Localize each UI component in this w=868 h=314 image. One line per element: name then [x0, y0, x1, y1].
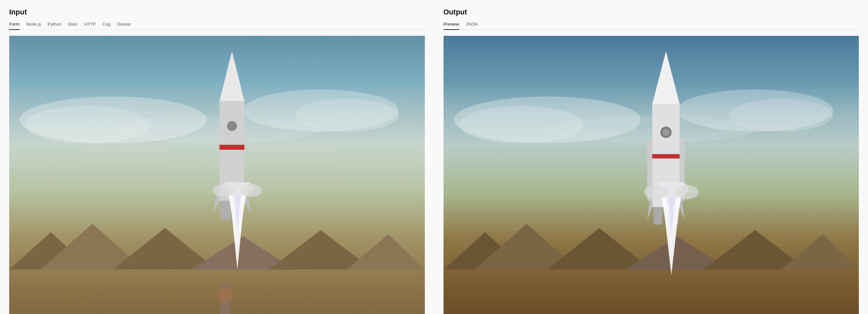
input-tabs: Form Node.js Python Elixir HTTP Cog Dock… [9, 22, 425, 30]
output-fire [643, 182, 701, 291]
svg-rect-46 [652, 154, 680, 159]
page-layout: Input Form Node.js Python Elixir HTTP Co… [0, 0, 868, 314]
tab-cog[interactable]: Cog [102, 22, 111, 30]
input-title: Input [9, 8, 425, 17]
tab-docker[interactable]: Docker [117, 22, 131, 30]
svg-point-15 [227, 121, 237, 131]
output-image [443, 36, 859, 314]
svg-point-23 [213, 184, 235, 197]
tab-python[interactable]: Python [48, 22, 61, 30]
svg-marker-10 [347, 234, 425, 270]
tab-preview[interactable]: Preview [443, 22, 459, 30]
svg-marker-38 [652, 51, 680, 104]
input-image [9, 36, 425, 314]
output-tabs: Preview JSON [443, 22, 859, 30]
svg-marker-37 [781, 234, 859, 270]
tab-json[interactable]: JSON [466, 22, 478, 30]
output-panel: Output Preview JSON [434, 0, 868, 314]
tab-http[interactable]: HTTP [84, 22, 96, 30]
output-rocket-background [443, 36, 859, 314]
input-panel: Input Form Node.js Python Elixir HTTP Co… [0, 0, 434, 314]
tab-form[interactable]: Form [9, 22, 20, 30]
tab-elixir[interactable]: Elixir [68, 22, 78, 30]
input-image-container [9, 36, 425, 314]
input-launch-pad [209, 285, 242, 314]
input-rocket-background [9, 36, 425, 314]
svg-marker-11 [219, 51, 244, 101]
svg-point-53 [644, 185, 668, 199]
svg-point-26 [217, 288, 233, 303]
output-title: Output [443, 8, 859, 17]
tab-nodejs[interactable]: Node.js [26, 22, 41, 30]
input-fire [208, 182, 266, 291]
svg-rect-16 [219, 145, 244, 150]
svg-point-54 [675, 185, 699, 199]
svg-point-24 [240, 184, 262, 197]
svg-point-45 [662, 129, 670, 136]
output-image-container [443, 36, 859, 314]
